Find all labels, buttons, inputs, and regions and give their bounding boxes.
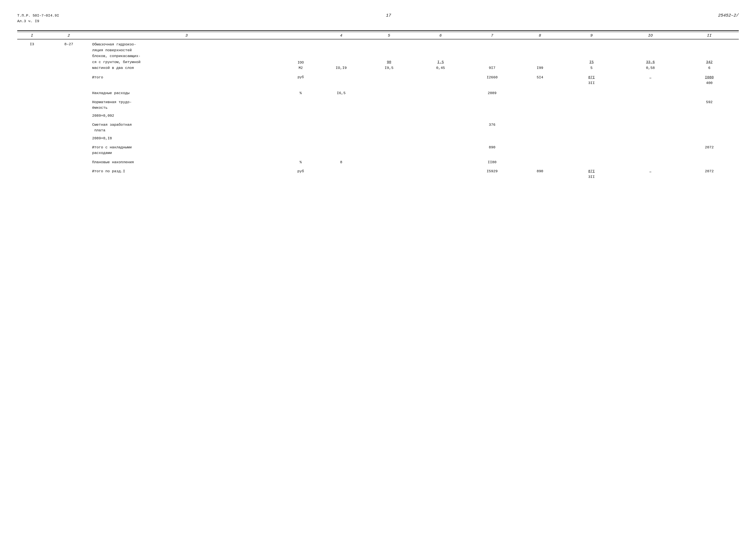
col-header-7: 7	[467, 32, 518, 39]
cell-empty-3	[17, 87, 47, 97]
cell-itogo-nakl-col7: 890	[467, 142, 518, 157]
cell-empty-6	[47, 97, 91, 112]
cell-formula2-label: 2089×0,I8	[91, 134, 283, 142]
cell-itogo-razd-col5	[363, 166, 415, 181]
cell-empty-14	[47, 142, 91, 157]
cell-itogo-nakl-col8	[518, 142, 562, 157]
cell-smetnaya-col6	[415, 119, 466, 134]
cell-nakladnye-col8	[518, 87, 562, 97]
cell-ref: 8–27	[47, 39, 91, 72]
cell-itogo-razd-col4	[319, 166, 363, 181]
cell-smetnaya-col4	[319, 119, 363, 134]
cell-col4-main: IO,I9	[319, 39, 363, 72]
col-header-3: 3	[91, 32, 283, 39]
cell-itogo-nakl-col6	[415, 142, 466, 157]
cell-smetnaya-col10	[621, 119, 680, 134]
cell-nakladnye-col6	[415, 87, 466, 97]
cell-col7-main: 9I7	[467, 39, 518, 72]
column-header-row: I 2 3 4 5 6 7 8 9 IO II	[17, 32, 739, 39]
cell-planovye-label: Плановые накопления	[91, 157, 283, 166]
col-header-11: II	[680, 32, 739, 39]
cell-normativnaya-col10	[621, 97, 680, 112]
table-row-itogo-nakl: Итого с накладнымирасходами 890 2072	[17, 142, 739, 157]
cell-nakladnye-col11	[680, 87, 739, 97]
cell-itogo-razd-col9: 87I3II	[562, 166, 621, 181]
cell-itogo-nakl-col11: 2072	[680, 142, 739, 157]
cell-formula1-rest	[282, 112, 739, 119]
cell-nakladnye-col4: I6,5	[319, 87, 363, 97]
header-left: Т.П.Р. 50I–7–0I4.9I Ал.3 ч. I9	[17, 13, 59, 24]
cell-nakladnye-col7: 2089	[467, 87, 518, 97]
cell-itogo-nakl-unit	[282, 142, 319, 157]
cell-smetnaya-col5	[363, 119, 415, 134]
cell-nakladnye-col10	[621, 87, 680, 97]
cell-planovye-col5	[363, 157, 415, 166]
cell-smetnaya-col7: 376	[467, 119, 518, 134]
cell-nakladnye-unit: %	[282, 87, 319, 97]
cell-planovye-unit: %	[282, 157, 319, 166]
cell-empty-17	[17, 166, 47, 181]
cell-empty-10	[47, 119, 91, 134]
cell-nakladnye-col9	[562, 87, 621, 97]
cell-col9-main: I55	[562, 39, 621, 72]
top-border	[17, 30, 739, 31]
table-row-nakladnye: Накладные расходы % I6,5 2089	[17, 87, 739, 97]
cell-planovye-col11	[680, 157, 739, 166]
cell-itogo-col11: I080400	[680, 72, 739, 87]
cell-formula1-label: 2089×0,092	[91, 112, 283, 119]
cell-normativnaya-col7	[467, 97, 518, 112]
table-row-formula1: 2089×0,092	[17, 112, 739, 119]
cell-normativnaya-col9	[562, 97, 621, 112]
col-header-9: 9	[562, 32, 621, 39]
cell-planovye-col6	[415, 157, 466, 166]
col-header-1: I	[17, 32, 47, 39]
page-header: Т.П.Р. 50I–7–0I4.9I Ал.3 ч. I9 17 25452–…	[17, 13, 739, 24]
cell-nakladnye-col5	[363, 87, 415, 97]
col-header-10: IO	[621, 32, 680, 39]
cell-itogo-label: Итого	[91, 72, 283, 87]
cell-col11-main: 3426	[680, 39, 739, 72]
cell-empty-18	[47, 166, 91, 181]
page-number: 17	[386, 13, 391, 18]
cell-empty-8	[47, 112, 91, 119]
cell-itogo-col9: 87I3II	[562, 72, 621, 87]
cell-planovye-col4: 8	[319, 157, 363, 166]
cell-itogo-razd-col6	[415, 166, 466, 181]
cell-formula2-rest	[282, 134, 739, 142]
cell-empty-1	[17, 72, 47, 87]
cell-row-num: I3	[17, 39, 47, 72]
cell-itogo-col5	[363, 72, 415, 87]
table-row-itogo-razd: Итого по разд.I руб I5929 890 87I3II – 2…	[17, 166, 739, 181]
cell-itogo-razd-unit: руб	[282, 166, 319, 181]
table-row-itogo: Итого руб I2660 5I4 87I3II – I080400	[17, 72, 739, 87]
cell-itogo-nakl-col10	[621, 142, 680, 157]
cell-empty-16	[47, 157, 91, 166]
cell-itogo-razd-col11: 2072	[680, 166, 739, 181]
cell-unit: IOOM2	[282, 39, 319, 72]
cell-col6-main: I,50,45	[415, 39, 466, 72]
cell-empty-2	[47, 72, 91, 87]
cell-itogo-col6	[415, 72, 466, 87]
cell-itogo-razd-col7: I5929	[467, 166, 518, 181]
col-header-6: 6	[415, 32, 466, 39]
cell-normativnaya-col4	[319, 97, 363, 112]
cell-itogo-col10: –	[621, 72, 680, 87]
cell-planovye-col8	[518, 157, 562, 166]
cell-empty-15	[17, 157, 47, 166]
col-header-8: 8	[518, 32, 562, 39]
cell-empty-12	[47, 134, 91, 142]
cell-itogo-col4	[319, 72, 363, 87]
table-row-planovye: Плановые накопления % 8 II80	[17, 157, 739, 166]
cell-empty-9	[17, 119, 47, 134]
cell-smetnaya-label: Сметная заработная плата	[91, 119, 283, 134]
cell-col5-main: 90I9,5	[363, 39, 415, 72]
cell-normativnaya-col5	[363, 97, 415, 112]
cell-itogo-razd-label: Итого по разд.I	[91, 166, 283, 181]
cell-smetnaya-unit	[282, 119, 319, 134]
col-header-2: 2	[47, 32, 91, 39]
doc-ref-line2: Ал.3 ч. I9	[17, 18, 59, 24]
col-header-5: 5	[363, 32, 415, 39]
cell-itogo-nakl-col5	[363, 142, 415, 157]
cell-normativnaya-label: Нормативная трудо-ёмкость	[91, 97, 283, 112]
cell-itogo-col8: 5I4	[518, 72, 562, 87]
